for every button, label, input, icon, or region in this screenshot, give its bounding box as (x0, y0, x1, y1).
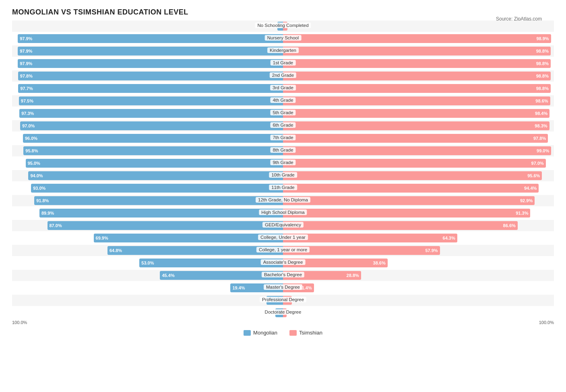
table-row: 89.9%91.3%High School Diploma (12, 207, 554, 219)
mongolian-value: 6.1% (269, 298, 279, 303)
mongolian-bar: 97.7% (18, 84, 283, 93)
tsimshian-color-swatch (289, 330, 297, 336)
mongolian-value: 45.4% (162, 273, 174, 278)
mongolian-bar: 97.3% (19, 109, 283, 118)
mongolian-bar: 97.9% (18, 59, 283, 68)
tsimshian-value: 98.9% (536, 36, 549, 41)
table-row: 97.0%98.3%6th Grade (12, 120, 554, 131)
mongolian-bar: 95.8% (23, 146, 283, 155)
table-row: 94.0%95.6%10th Grade (12, 170, 554, 181)
mongolian-bar: 45.4% (160, 271, 283, 280)
mongolian-bar: 94.0% (28, 171, 283, 180)
tsimshian-legend-label: Tsimshian (299, 330, 322, 336)
mongolian-bar: 97.9% (18, 34, 283, 43)
table-row: 91.8%92.9%12th Grade, No Diploma (12, 195, 554, 206)
table-row: 87.0%86.6%GED/Equivalency (12, 220, 554, 231)
tsimshian-value: 97.0% (531, 161, 544, 166)
tsimshian-value: 92.9% (520, 198, 533, 203)
mongolian-value: 97.8% (20, 74, 33, 78)
bottom-labels: 100.0% 100.0% (12, 320, 554, 325)
mongolian-bar: 93.0% (31, 184, 283, 193)
mongolian-value: 64.8% (109, 248, 122, 253)
tsimshian-value: 95.6% (527, 173, 540, 178)
tsimshian-bar: 95.6% (283, 171, 542, 180)
tsimshian-value: 98.4% (535, 111, 547, 116)
mongolian-value: 93.0% (33, 186, 45, 191)
table-row: 64.8%57.9%College, 1 year or more (12, 245, 554, 256)
tsimshian-value: 97.8% (533, 136, 546, 141)
tsimshian-value: 98.3% (535, 123, 547, 128)
tsimshian-value: 91.3% (516, 211, 528, 215)
mongolian-bar: 53.0% (139, 259, 283, 267)
rows-wrapper: 2.1%1.7%No Schooling Completed97.9%98.9%… (12, 21, 554, 318)
tsimshian-value: 1.4% (275, 310, 285, 315)
legend: Mongolian Tsimshian (12, 330, 554, 336)
mongolian-value: 97.7% (20, 86, 33, 91)
tsimshian-value: 64.3% (443, 236, 455, 240)
table-row: 2.1%1.7%No Schooling Completed (12, 21, 554, 32)
mongolian-value: 94.0% (30, 173, 43, 178)
table-row: 96.0%97.8%7th Grade (12, 133, 554, 144)
table-row: 2.8%1.4%Doctorate Degree (12, 307, 554, 318)
tsimshian-value: 28.8% (347, 273, 359, 278)
mongolian-value: 95.0% (28, 161, 40, 166)
tsimshian-bar: 98.4% (283, 109, 549, 118)
tsimshian-bar: 98.8% (283, 72, 551, 80)
mongolian-value: 19.4% (232, 285, 245, 290)
mongolian-value: 97.9% (20, 36, 32, 41)
tsimshian-bar: 98.8% (283, 84, 551, 93)
tsimshian-value: 57.9% (425, 248, 438, 253)
mongolian-bar: 96.0% (23, 134, 283, 143)
tsimshian-value: 86.6% (503, 223, 516, 228)
tsimshian-value: 99.0% (537, 148, 549, 153)
mongolian-bar: 87.0% (48, 221, 283, 230)
table-row: 45.4%28.8%Bachelor's Degree (12, 270, 554, 281)
mongolian-value: 53.0% (141, 261, 154, 265)
mongolian-value: 97.3% (21, 111, 34, 116)
mongolian-value: 97.0% (22, 123, 35, 128)
table-row: 97.9%98.9%Nursery School (12, 33, 554, 44)
mongolian-value: 89.9% (41, 211, 54, 215)
mongolian-legend-label: Mongolian (253, 330, 277, 336)
tsimshian-bar: 1.4% (283, 308, 287, 317)
mongolian-value: 87.0% (50, 223, 62, 228)
table-row: 19.4%11.4%Master's Degree (12, 282, 554, 293)
tsimshian-bar: 98.6% (283, 96, 550, 105)
tsimshian-value: 98.8% (536, 86, 549, 91)
tsimshian-bar: 57.9% (283, 246, 440, 255)
table-row: 97.9%98.8%1st Grade (12, 58, 554, 69)
mongolian-color-swatch (244, 330, 251, 336)
legend-mongolian: Mongolian (244, 330, 277, 336)
tsimshian-value: 38.6% (373, 261, 386, 265)
mongolian-bar: 64.8% (107, 246, 283, 255)
tsimshian-bar: 97.8% (283, 134, 548, 143)
tsimshian-bar: 28.8% (283, 271, 361, 280)
tsimshian-value: 98.6% (535, 99, 548, 103)
legend-tsimshian: Tsimshian (289, 330, 322, 336)
mongolian-bar: 97.9% (18, 47, 283, 55)
tsimshian-bar: 64.3% (283, 234, 457, 242)
mongolian-value: 97.9% (20, 49, 32, 53)
tsimshian-bar: 98.3% (283, 121, 549, 130)
table-row: 6.1%3.2%Professional Degree (12, 295, 554, 306)
mongolian-bar: 95.0% (26, 159, 283, 168)
table-row: 53.0%38.6%Associate's Degree (12, 257, 554, 269)
mongolian-value: 97.5% (21, 99, 33, 103)
mongolian-bar: 91.8% (34, 196, 283, 205)
tsimshian-value: 98.8% (536, 61, 549, 66)
bottom-label-left: 100.0% (12, 320, 27, 325)
tsimshian-bar: 98.8% (283, 59, 551, 68)
chart-title: MONGOLIAN VS TSIMSHIAN EDUCATION LEVEL (12, 8, 554, 16)
mongolian-bar: 89.9% (39, 209, 283, 218)
tsimshian-bar: 99.0% (283, 146, 551, 155)
mongolian-bar: 19.4% (230, 283, 283, 292)
table-row: 93.0%94.4%11th Grade (12, 183, 554, 194)
tsimshian-value: 98.8% (536, 49, 549, 53)
table-row: 97.5%98.6%4th Grade (12, 95, 554, 107)
mongolian-value: 95.8% (25, 148, 38, 153)
mongolian-value: 69.9% (96, 236, 108, 240)
tsimshian-bar: 97.0% (283, 159, 546, 168)
tsimshian-bar: 86.6% (283, 221, 518, 230)
table-row: 95.8%99.0%8th Grade (12, 145, 554, 156)
table-row: 97.8%98.8%2nd Grade (12, 70, 554, 82)
